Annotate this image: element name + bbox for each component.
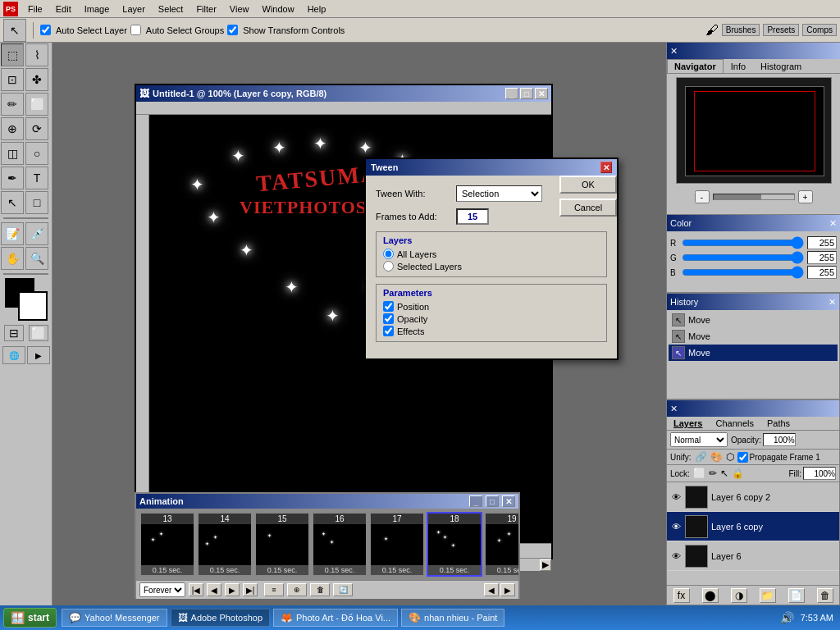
- anim-loop-btn[interactable]: 🔄: [333, 583, 353, 596]
- pen-tool[interactable]: ✒: [1, 167, 24, 189]
- anim-copy-frame-btn[interactable]: ⊕: [287, 583, 307, 596]
- layer-new-btn[interactable]: 📄: [788, 588, 805, 603]
- layers-tab-channels[interactable]: Channels: [709, 417, 760, 430]
- lock-image-icon[interactable]: ✏: [709, 468, 717, 479]
- blue-slider[interactable]: [682, 268, 804, 276]
- unify-icon-1[interactable]: 🔗: [695, 451, 707, 463]
- menu-edit[interactable]: Edit: [49, 2, 78, 16]
- anim-minimize-btn[interactable]: _: [469, 495, 482, 507]
- crop-tool[interactable]: ⊡: [1, 68, 24, 91]
- eraser-tool[interactable]: ⬜: [25, 93, 48, 116]
- anim-next-btn[interactable]: ▶|: [243, 583, 258, 596]
- fill-input[interactable]: [803, 467, 836, 480]
- navigator-tab[interactable]: Navigator: [667, 59, 724, 73]
- layer-eye-copy2[interactable]: 👁: [670, 491, 682, 503]
- opacity-input[interactable]: [763, 433, 796, 446]
- doc-restore-btn[interactable]: □: [520, 88, 533, 99]
- doc-minimize-btn[interactable]: _: [505, 88, 518, 99]
- lasso-tool[interactable]: ⌇: [25, 43, 48, 66]
- menu-layer[interactable]: Layer: [116, 2, 152, 16]
- frame-16[interactable]: 16 ✦ ✦ 0.15 sec.: [312, 512, 368, 577]
- frame-14[interactable]: 14 ✦ ✦ 0.15 sec.: [197, 512, 253, 577]
- layer-eye-copy[interactable]: 👁: [670, 521, 682, 532]
- background-color[interactable]: [18, 291, 48, 321]
- auto-select-groups-checkbox[interactable]: [130, 25, 141, 35]
- tween-with-select[interactable]: Selection: [456, 185, 542, 202]
- anim-first-btn[interactable]: |◀: [189, 583, 203, 596]
- close-right-panel[interactable]: ✕: [670, 46, 678, 57]
- history-row-1[interactable]: ↖ Move: [669, 312, 838, 328]
- zoom-in-btn[interactable]: +: [798, 190, 813, 203]
- blend-mode-select[interactable]: Normal: [670, 432, 728, 447]
- loop-select[interactable]: Forever: [139, 582, 185, 597]
- opacity-checkbox[interactable]: [383, 313, 394, 324]
- patch-tool[interactable]: ✤: [25, 68, 48, 91]
- layer-row-copy2[interactable]: 👁 Layer 6 copy 2: [667, 482, 839, 512]
- comps-btn[interactable]: Comps: [802, 24, 837, 36]
- menu-window[interactable]: Window: [256, 2, 301, 16]
- histogram-tab[interactable]: Histogram: [753, 59, 809, 73]
- frame-17[interactable]: 17 ✦ 0.15 sec.: [369, 512, 425, 577]
- anim-tween-btn[interactable]: ≡: [264, 583, 284, 596]
- frame-13[interactable]: 13 ✦ ✦ 0.15 sec.: [139, 512, 195, 577]
- menu-filter[interactable]: Filter: [189, 2, 222, 16]
- blue-value[interactable]: [807, 266, 837, 279]
- frame-19[interactable]: 19 ✦ ✦ 0.15 sec.: [484, 512, 518, 577]
- red-value[interactable]: [807, 236, 837, 249]
- eyedropper-tool[interactable]: 💉: [25, 222, 48, 245]
- effects-checkbox[interactable]: [383, 326, 394, 336]
- unify-icon-2[interactable]: 🎨: [710, 451, 723, 463]
- layer-row-copy[interactable]: 👁 Layer 6 copy: [667, 512, 839, 541]
- position-checkbox[interactable]: [383, 301, 394, 312]
- frame-18[interactable]: 18 ✦ ✦ ✦ 0.15 sec.: [427, 512, 482, 577]
- menu-image[interactable]: Image: [78, 2, 116, 16]
- lock-all-icon[interactable]: 🔒: [732, 468, 744, 479]
- presets-btn[interactable]: Presets: [763, 24, 799, 36]
- brushes-btn[interactable]: Brushes: [722, 24, 760, 36]
- dodge-tool[interactable]: ○: [25, 142, 48, 165]
- anim-close-btn[interactable]: ✕: [502, 495, 515, 507]
- frame-15[interactable]: 15 ✦ 0.15 sec.: [254, 512, 310, 577]
- close-layers-panel[interactable]: ✕: [670, 404, 678, 414]
- zoom-slider[interactable]: [713, 194, 795, 200]
- layer-adjustment-btn[interactable]: ◑: [731, 588, 747, 603]
- layers-tab-layers[interactable]: Layers: [667, 417, 709, 430]
- anim-scroll-left[interactable]: ◀: [484, 583, 499, 596]
- taskbar-yahoo[interactable]: 💬 Yahoo! Messenger: [62, 609, 167, 627]
- anim-restore-btn[interactable]: □: [486, 495, 499, 507]
- layer-row-6[interactable]: 👁 Layer 6: [667, 541, 839, 571]
- menu-help[interactable]: Help: [301, 2, 333, 16]
- taskbar-photoshop[interactable]: 🖼 Adobe Photoshop: [171, 609, 270, 627]
- info-tab[interactable]: Info: [724, 59, 753, 73]
- layer-eye-6[interactable]: 👁: [670, 550, 682, 562]
- close-history-panel[interactable]: ✕: [829, 297, 836, 308]
- path-selection[interactable]: ↖: [1, 191, 24, 214]
- layer-delete-btn[interactable]: 🗑: [817, 588, 833, 603]
- all-layers-radio[interactable]: [383, 249, 394, 259]
- anim-scroll-right[interactable]: ▶: [500, 583, 515, 596]
- red-slider[interactable]: [682, 239, 804, 247]
- green-slider[interactable]: [682, 253, 804, 262]
- taskbar-paint[interactable]: 🎨 nhan nhieu - Paint: [401, 609, 504, 627]
- move-tool-btn[interactable]: ↖: [3, 19, 26, 42]
- anim-prev-btn[interactable]: ◀: [207, 583, 221, 596]
- text-tool[interactable]: T: [25, 167, 48, 189]
- frames-to-add-input[interactable]: [456, 208, 489, 225]
- zoom-out-btn[interactable]: -: [695, 190, 710, 203]
- adobe-online-btn[interactable]: 🌐: [2, 346, 25, 364]
- close-color-panel[interactable]: ✕: [829, 218, 837, 229]
- jump-to-btn[interactable]: ▶: [27, 346, 50, 364]
- layer-group-btn[interactable]: 📁: [760, 588, 776, 603]
- green-value[interactable]: [807, 251, 837, 264]
- start-button[interactable]: 🪟 start: [3, 608, 57, 628]
- layers-tab-paths[interactable]: Paths: [760, 417, 797, 430]
- history-row-2[interactable]: ↖ Move: [669, 328, 838, 345]
- menu-file[interactable]: File: [21, 2, 49, 16]
- auto-select-checkbox[interactable]: [40, 25, 51, 35]
- shape-tool[interactable]: □: [25, 191, 48, 214]
- gradient-tool[interactable]: ◫: [1, 142, 24, 165]
- propagate-checkbox[interactable]: [737, 452, 748, 463]
- selected-layers-radio[interactable]: [383, 261, 394, 272]
- screen-mode-btn[interactable]: ⬜: [29, 325, 48, 341]
- unify-icon-3[interactable]: ⬡: [726, 451, 734, 463]
